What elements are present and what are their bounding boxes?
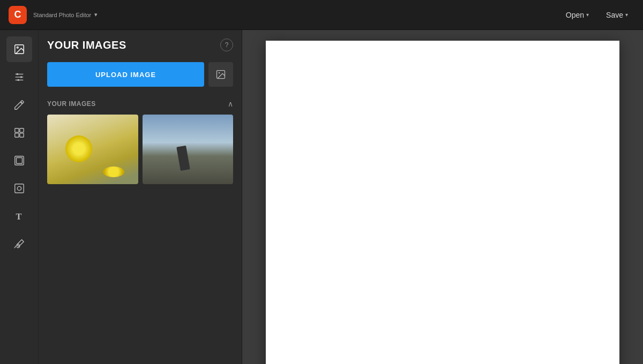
sidebar-item-adjustments[interactable] [6, 64, 32, 90]
upload-image-button[interactable]: UPLOAD IMAGE [47, 62, 204, 87]
canvas-background [266, 41, 619, 364]
images-grid [47, 115, 233, 184]
svg-rect-11 [19, 133, 23, 137]
save-label: Save [606, 11, 623, 19]
svg-rect-13 [16, 158, 22, 164]
adjustments-icon [13, 71, 25, 83]
sidebar-item-images[interactable] [6, 36, 32, 62]
retouch-icon [13, 99, 25, 111]
topbar-right: Open ▾ Save ▾ [559, 7, 634, 22]
topbar: C Standard Photo Editor ▾ Open ▾ Save ▾ [0, 0, 643, 30]
text-icon: T [13, 210, 25, 222]
images-icon [13, 43, 25, 55]
svg-point-1 [17, 47, 18, 48]
draw-icon [13, 238, 25, 250]
icon-sidebar: T [0, 30, 39, 364]
sidebar-item-vignette[interactable] [6, 176, 32, 201]
open-label: Open [566, 11, 584, 19]
svg-point-7 [17, 79, 19, 81]
image-thumbnail-athlete[interactable] [143, 115, 234, 184]
upload-row: UPLOAD IMAGE [47, 62, 233, 87]
canvas-area [242, 30, 643, 364]
templates-icon [13, 127, 25, 139]
panel-header: YOUR IMAGES ? [47, 39, 233, 51]
sidebar-item-frames[interactable] [6, 148, 32, 173]
sidebar-item-templates[interactable] [6, 120, 32, 146]
svg-rect-10 [14, 133, 18, 137]
svg-point-5 [16, 73, 18, 75]
photo-url-button[interactable] [208, 62, 233, 87]
open-button[interactable]: Open ▾ [559, 7, 595, 22]
save-button[interactable]: Save ▾ [600, 7, 634, 22]
svg-text:T: T [16, 211, 21, 222]
frames-icon [13, 155, 25, 166]
editor-title-caret: ▾ [94, 11, 98, 18]
images-collapse-button[interactable]: ∧ [228, 100, 233, 108]
svg-rect-14 [14, 184, 24, 193]
images-section-header: YOUR IMAGES ∧ [47, 100, 233, 108]
image-thumbnail-lemon[interactable] [47, 115, 138, 184]
save-caret: ▾ [625, 12, 628, 18]
open-caret: ▾ [586, 12, 589, 18]
panel-title: YOUR IMAGES [47, 39, 126, 51]
images-section-title: YOUR IMAGES [47, 100, 96, 108]
side-panel: YOUR IMAGES ? UPLOAD IMAGE YOUR IMAGES ∧ [39, 30, 242, 364]
topbar-left: C Standard Photo Editor ▾ [9, 6, 98, 24]
sidebar-item-text[interactable]: T [6, 203, 32, 229]
svg-point-6 [20, 76, 22, 78]
svg-rect-9 [19, 128, 23, 132]
panel-help-button[interactable]: ? [220, 39, 233, 51]
sidebar-item-draw[interactable] [6, 231, 32, 257]
app-logo[interactable]: C [9, 6, 27, 24]
editor-title-text: Standard Photo Editor [33, 12, 91, 18]
sidebar-item-retouch[interactable] [6, 92, 32, 118]
main: T YOUR IMAGES ? UPLOAD IMAGE [0, 30, 643, 364]
editor-title-button[interactable]: Standard Photo Editor ▾ [33, 11, 98, 18]
svg-point-15 [17, 186, 21, 190]
svg-rect-8 [14, 128, 18, 132]
svg-point-18 [219, 72, 220, 74]
photo-url-icon [215, 69, 226, 80]
vignette-icon [13, 183, 25, 194]
images-section: YOUR IMAGES ∧ [47, 100, 233, 184]
